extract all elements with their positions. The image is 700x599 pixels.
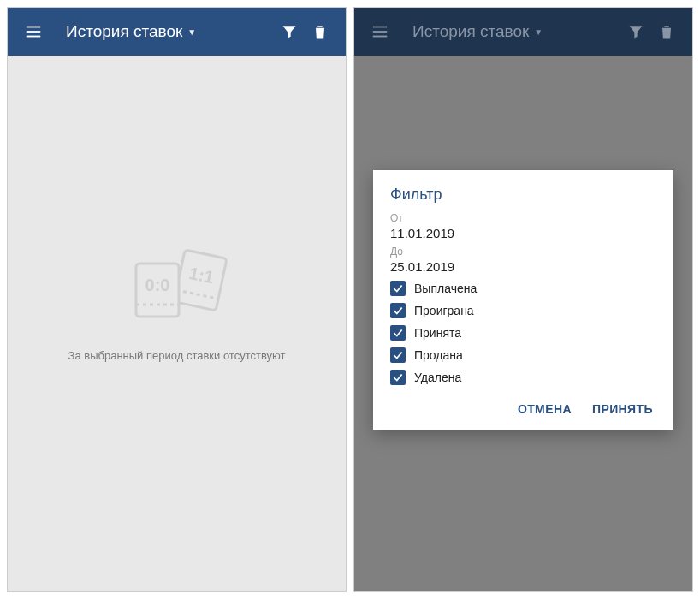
from-date-field[interactable]: 11.01.2019 xyxy=(390,226,656,240)
checkbox-icon xyxy=(390,370,406,385)
filter-checkbox-row[interactable]: Продана xyxy=(390,347,656,363)
tickets-icon: 1:1 0:0 xyxy=(117,238,237,332)
svg-line-4 xyxy=(176,289,218,298)
dialog-actions: ОТМЕНА ПРИНЯТЬ xyxy=(390,397,656,421)
page-title-dropdown: История ставок ▼ xyxy=(412,22,620,41)
checkbox-label: Выплачена xyxy=(414,282,477,295)
svg-text:1:1: 1:1 xyxy=(187,263,215,287)
svg-text:0:0: 0:0 xyxy=(145,276,169,294)
page-title: История ставок xyxy=(412,22,529,41)
empty-state: 1:1 0:0 За выбранный период ставки отсут… xyxy=(8,8,346,591)
checkbox-icon xyxy=(390,303,406,318)
checkbox-list: ВыплаченаПроигранаПринятаПроданаУдалена xyxy=(390,281,656,385)
checkbox-icon xyxy=(390,281,406,296)
to-date-field[interactable]: 25.01.2019 xyxy=(390,259,656,274)
checkbox-label: Продана xyxy=(414,348,463,362)
accept-button[interactable]: ПРИНЯТЬ xyxy=(592,402,653,416)
screen-bet-history-filter: История ставок ▼ Фильтр От 11.01.2019 До… xyxy=(353,7,693,592)
delete-icon xyxy=(651,16,682,47)
filter-icon xyxy=(620,16,651,47)
checkbox-icon xyxy=(390,347,406,363)
from-label: От xyxy=(390,212,656,224)
empty-message: За выбранный период ставки отсутствуют xyxy=(68,349,286,362)
toolbar: История ставок ▼ xyxy=(354,8,692,56)
menu-icon xyxy=(365,16,395,47)
chevron-down-icon: ▼ xyxy=(534,27,543,37)
dialog-title: Фильтр xyxy=(390,186,656,204)
checkbox-icon xyxy=(390,325,406,341)
checkbox-label: Удалена xyxy=(414,371,461,384)
cancel-button[interactable]: ОТМЕНА xyxy=(518,402,572,416)
filter-checkbox-row[interactable]: Проиграна xyxy=(390,303,656,318)
filter-dialog: Фильтр От 11.01.2019 До 25.01.2019 Выпла… xyxy=(373,170,673,430)
checkbox-label: Проиграна xyxy=(414,304,474,317)
screen-bet-history-empty: История ставок ▼ 1:1 xyxy=(7,7,347,592)
filter-checkbox-row[interactable]: Принята xyxy=(390,325,656,341)
filter-checkbox-row[interactable]: Выплачена xyxy=(390,281,656,296)
to-label: До xyxy=(390,246,656,258)
checkbox-label: Принята xyxy=(414,326,461,340)
filter-checkbox-row[interactable]: Удалена xyxy=(390,370,656,385)
